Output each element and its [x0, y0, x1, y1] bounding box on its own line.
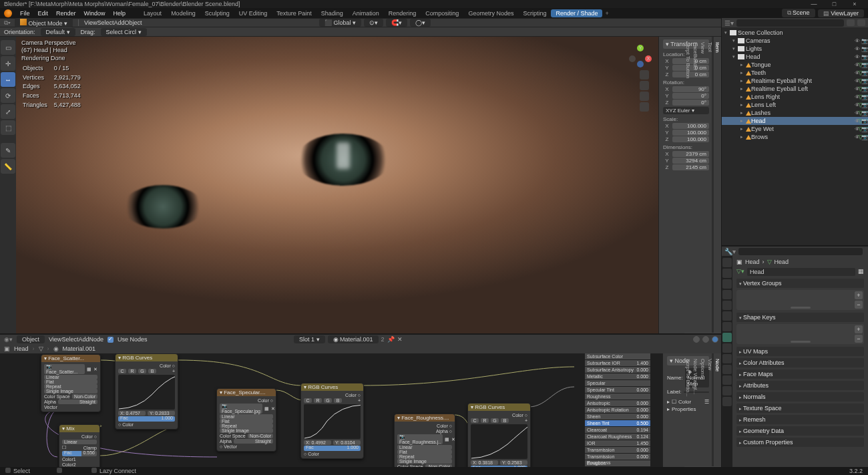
outliner-item-realtime-eyeball-right[interactable]: ▸Realtime Eyeball Right ▽▽👁📷 [722, 77, 868, 85]
menu-file[interactable]: File [16, 10, 34, 17]
npanel-tab-item[interactable]: Item [714, 37, 721, 333]
render-icon[interactable]: 📷 [861, 62, 867, 67]
node-rgb-curves-3[interactable]: ▾ RGB Curves Color ○ CRGB+ X: 0.3818Y: 0… [467, 403, 531, 467]
props-tab-4[interactable] [722, 301, 732, 310]
render-icon[interactable]: 📷 [861, 46, 867, 51]
drag-value[interactable]: Select Circl ▾ [101, 28, 147, 36]
viewport-menu-add[interactable]: Add [114, 19, 124, 26]
outliner-item-eye-wet[interactable]: ▸Eye Wet ▽▽👁📷 [722, 125, 868, 133]
principled-transmission-roughness[interactable]: Transmission Roughness0.000 [585, 454, 650, 460]
principled-sheen[interactable]: Sheen0.000 [585, 414, 650, 420]
render-icon[interactable]: 📷 [861, 70, 867, 75]
render-icon[interactable]: 📷 [861, 102, 867, 108]
shader-type[interactable]: Object [17, 335, 45, 343]
outliner-search[interactable] [736, 19, 844, 27]
node-menu-view[interactable]: View [49, 336, 61, 343]
node-npanel-tab-3[interactable]: Node Wrangl... [692, 353, 699, 467]
sk-add[interactable]: + [855, 325, 863, 333]
props-tab-10[interactable] [722, 365, 732, 374]
outliner-item-realtime-eyeball-left[interactable]: ▸Realtime Eyeball Left ▽▽👁📷 [722, 85, 868, 93]
editor-type-icon[interactable]: ◉▾ [4, 336, 13, 343]
close-button[interactable]: × [845, 1, 864, 7]
eye-icon[interactable]: 👁 [855, 134, 860, 140]
principled-clearcoat[interactable]: Clearcoat0.194 [585, 427, 650, 433]
tab-scripting[interactable]: Scripting [518, 9, 551, 17]
node-image-face-roughness[interactable]: ▾ Face_Roughness.... Color ○ Alpha ○ 📷 F… [394, 414, 455, 467]
tool-annotate[interactable] [1, 136, 15, 142]
eye-icon[interactable]: 👁 [855, 46, 860, 51]
panel-color-attributes[interactable]: Color Attributes [736, 358, 864, 367]
add-workspace-button[interactable]: + [605, 10, 608, 17]
npanel-tab-facebuilder[interactable]: FaceBuilder [692, 37, 699, 333]
tool-select-box[interactable]: ▭ [1, 40, 15, 55]
outliner-item-lens-left[interactable]: ▸Lens Left ▽▽👁📷 [722, 101, 868, 109]
tab-layout[interactable]: Layout [139, 9, 166, 17]
panel-geometry-data[interactable]: Geometry Data [736, 426, 864, 436]
outliner-item-lens-right[interactable]: ▸Lens Right ▽▽👁📷 [722, 93, 868, 101]
tab-shading[interactable]: Shading [316, 9, 348, 17]
tab-modeling[interactable]: Modeling [166, 9, 200, 17]
viewport-menu-object[interactable]: Object [124, 19, 142, 26]
eye-icon[interactable]: 👁 [855, 86, 860, 92]
render-icon[interactable]: 📷 [861, 86, 867, 92]
outliner-item-brows[interactable]: ▸Brows ▽▽👁📷 [722, 133, 868, 141]
principled-sheen-tint[interactable]: Sheen Tint0.500 [585, 420, 650, 426]
outliner-tree[interactable]: ▾Scene Collection ▾Cameras👁📷▾Lights👁📷▾He… [722, 27, 868, 245]
principled-subsurface-color[interactable]: Subsurface Color [585, 353, 650, 359]
render-icon[interactable]: 📷 [861, 54, 867, 59]
principled-subsurface-anisotropy[interactable]: Subsurface Anisotropy0.000 [585, 367, 650, 373]
outliner-item-head[interactable]: ▸Head ▽▽👁📷 [722, 117, 868, 125]
panel-shape-keys[interactable]: Shape Keys [736, 313, 864, 322]
menu-render[interactable]: Render [52, 10, 80, 17]
tool-scale[interactable]: ⤢ [1, 104, 15, 119]
render-icon[interactable]: 📷 [861, 110, 867, 116]
props-tab-13[interactable] [722, 397, 732, 406]
props-tab-9[interactable] [722, 354, 732, 363]
tab-compositing[interactable]: Compositing [421, 9, 463, 17]
npanel-tab-scrpt-to-button[interactable]: Scrpt To Button [684, 37, 692, 333]
tool-transform[interactable]: ⬚ [1, 120, 15, 135]
tool-measure[interactable]: ✎ [1, 143, 15, 158]
node-mix[interactable]: ▾ Mix Color ○ Linear ☐Clamp Fac0.556 Col… [59, 424, 100, 467]
eye-icon[interactable]: 👁 [855, 102, 860, 108]
principled-anisotropic[interactable]: Anisotropic0.000 [585, 400, 650, 406]
eye-icon[interactable]: 👁 [855, 78, 860, 84]
menu-window[interactable]: Window [80, 10, 110, 17]
viewport-3d[interactable]: Camera Perspective (67) Head | Head Rend… [16, 37, 658, 333]
overlay-icon[interactable] [702, 336, 709, 343]
principled-metallic[interactable]: Metallic0.000 [585, 373, 650, 379]
panel-attributes[interactable]: Attributes [736, 381, 864, 390]
node-rgb-curves-2[interactable]: ▾ RGB Curves Color ○ CRGB+ X: 0.4992Y: 0… [300, 383, 364, 459]
props-tab-5[interactable] [722, 311, 732, 321]
panel-vertex-groups[interactable]: Vertex Groups [736, 279, 864, 288]
principled-ior[interactable]: IOR1.450 [585, 440, 650, 446]
material-dropdown[interactable]: ◉ Material.001 [328, 335, 379, 343]
viewport-menu-select[interactable]: Select [97, 19, 114, 26]
props-tab-2[interactable] [722, 279, 732, 289]
props-tab-8[interactable] [722, 343, 732, 353]
orientation-value[interactable]: Default ▾ [41, 28, 75, 36]
principled-transmission[interactable]: Transmission0.000 [585, 447, 650, 453]
principled-roughness[interactable]: Roughness [585, 393, 650, 400]
node-menu-node[interactable]: Node [89, 336, 103, 343]
props-tab-3[interactable] [722, 290, 732, 299]
minimize-button[interactable]: — [805, 1, 823, 7]
tab-render-shade[interactable]: Render / Shade [551, 9, 602, 17]
node-image-face-scatter[interactable]: ▾ Face_Scatter... 📷 Face_Scatter...▦✕ Li… [41, 354, 101, 412]
panel-normals[interactable]: Normals [736, 392, 864, 402]
panel-face-maps[interactable]: Face Maps [736, 369, 864, 379]
editor-type-icon[interactable]: ⧉▾ [4, 19, 11, 27]
tool-cursor[interactable]: ✛ [1, 56, 15, 71]
props-tab-12[interactable] [722, 386, 732, 395]
principled-subsurface-ior[interactable]: Subsurface IOR1.400 [585, 360, 650, 366]
node-menu-add[interactable]: Add [78, 336, 89, 343]
principled-specular[interactable]: Specular [585, 380, 650, 386]
breadcrumb-object[interactable]: Head [14, 345, 29, 352]
outliner-root[interactable]: ▾Scene Collection [722, 29, 868, 37]
node-canvas[interactable]: ▾ Face_Scatter... 📷 Face_Scatter...▦✕ Li… [0, 353, 662, 467]
eye-icon[interactable]: 👁 [855, 38, 860, 43]
render-icon[interactable]: 📷 [861, 78, 867, 84]
tab-sculpting[interactable]: Sculpting [200, 9, 234, 17]
vg-remove[interactable]: − [855, 301, 863, 309]
new-collection-icon[interactable] [857, 19, 865, 26]
